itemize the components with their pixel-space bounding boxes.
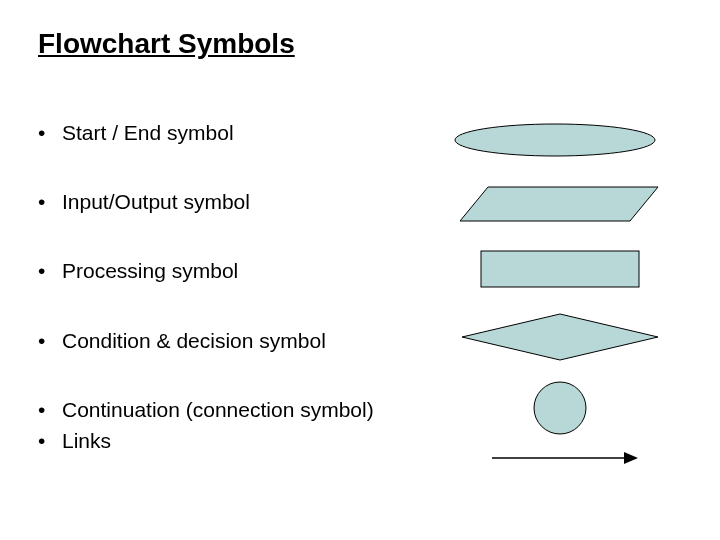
svg-rect-2 bbox=[481, 251, 639, 287]
svg-point-0 bbox=[455, 124, 655, 156]
svg-marker-3 bbox=[462, 314, 658, 360]
svg-marker-1 bbox=[460, 187, 658, 221]
bullet-label: Continuation (connection symbol) bbox=[62, 397, 374, 422]
decision-shape-icon bbox=[460, 312, 660, 362]
list-item: • Condition & decision symbol bbox=[38, 328, 438, 353]
io-shape-icon bbox=[460, 185, 660, 223]
arrow-shape-icon bbox=[490, 448, 640, 468]
bullet-label: Condition & decision symbol bbox=[62, 328, 326, 353]
terminator-shape-icon bbox=[450, 120, 660, 160]
bullet-label: Links bbox=[62, 428, 111, 453]
bullet-icon: • bbox=[38, 328, 62, 353]
slide-title: Flowchart Symbols bbox=[38, 28, 295, 60]
list-item: • Continuation (connection symbol) bbox=[38, 397, 438, 422]
bullet-icon: • bbox=[38, 428, 62, 453]
connector-shape-icon bbox=[530, 378, 590, 438]
slide: Flowchart Symbols • Start / End symbol •… bbox=[0, 0, 720, 540]
list-item: • Input/Output symbol bbox=[38, 189, 438, 214]
list-item: • Processing symbol bbox=[38, 258, 438, 283]
bullet-icon: • bbox=[38, 120, 62, 145]
process-shape-icon bbox=[480, 250, 640, 288]
svg-marker-6 bbox=[624, 452, 638, 464]
bullet-list: • Start / End symbol • Input/Output symb… bbox=[38, 120, 438, 497]
bullet-label: Start / End symbol bbox=[62, 120, 234, 145]
shape-column bbox=[440, 0, 720, 540]
bullet-label: Processing symbol bbox=[62, 258, 238, 283]
svg-point-4 bbox=[534, 382, 586, 434]
bullet-icon: • bbox=[38, 189, 62, 214]
bullet-label: Input/Output symbol bbox=[62, 189, 250, 214]
bullet-icon: • bbox=[38, 258, 62, 283]
list-item: • Start / End symbol bbox=[38, 120, 438, 145]
bullet-icon: • bbox=[38, 397, 62, 422]
list-item: • Links bbox=[38, 428, 438, 453]
